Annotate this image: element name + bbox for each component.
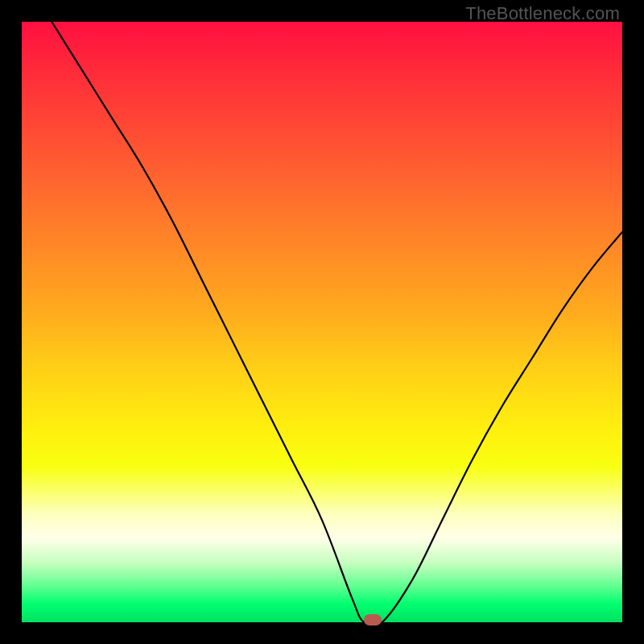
watermark-text: TheBottleneck.com: [465, 3, 620, 24]
minimum-marker: [364, 614, 382, 625]
bottleneck-curve: [22, 22, 622, 622]
plot-area: [22, 22, 622, 622]
chart-frame: TheBottleneck.com: [0, 0, 644, 644]
